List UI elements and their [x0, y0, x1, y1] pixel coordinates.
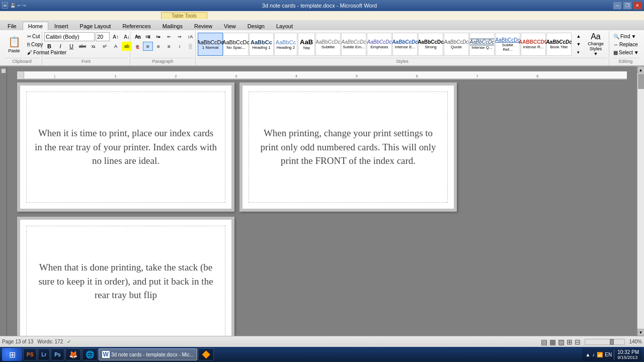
- proofing-status: ✓: [67, 339, 71, 344]
- select-button[interactable]: ▦ Select ▼: [611, 49, 641, 56]
- scroll-up-button[interactable]: ▲: [637, 66, 645, 73]
- style-book-title[interactable]: AaBbCcDc Book Title: [546, 33, 572, 56]
- minimize-button[interactable]: ─: [613, 2, 622, 10]
- multilevel-button[interactable]: ≡▸: [153, 32, 164, 41]
- taskbar-vlc-btn[interactable]: 🔶: [198, 348, 214, 360]
- view-normal-button[interactable]: ▤: [541, 338, 547, 346]
- style-no-spacing[interactable]: AaBbCcDc No Spac...: [223, 33, 249, 56]
- style-heading1[interactable]: AaBbCc Heading 1: [249, 33, 274, 56]
- justify-button[interactable]: ≡: [164, 42, 174, 51]
- taskbar-chrome-btn[interactable]: 🌐: [82, 348, 98, 360]
- selection-handle[interactable]: [1, 68, 6, 73]
- tab-page-layout[interactable]: Page Layout: [74, 22, 117, 30]
- taskbar-ps-btn[interactable]: PS: [23, 348, 37, 360]
- style-subtle-ref[interactable]: AaBbCcDc Subtle Ref...: [495, 33, 520, 56]
- word-count: Words: 172: [37, 339, 63, 344]
- style-strong[interactable]: AaBbCcDc Strong: [418, 33, 443, 56]
- tab-view[interactable]: View: [218, 22, 242, 30]
- tab-layout[interactable]: Layout: [271, 22, 298, 30]
- start-button[interactable]: ⊞: [2, 348, 22, 361]
- scroll-track[interactable]: [637, 73, 645, 329]
- tab-design[interactable]: Design: [242, 22, 270, 30]
- italic-button[interactable]: I: [55, 42, 65, 51]
- style-intense-r[interactable]: AaBbCcDc Intense R...: [521, 33, 546, 56]
- taskbar-word-btn[interactable]: W 3d note cards - template.docx - Mic...: [99, 348, 198, 360]
- style-intense-q[interactable]: AaBbCcDc Intense Q...: [469, 33, 495, 56]
- index-card-2[interactable]: When printing, change your print setting…: [243, 85, 454, 209]
- vertical-scrollbar: ▲ ▼: [637, 66, 644, 336]
- sort-button[interactable]: ↕A: [185, 32, 195, 41]
- taskbar-firefox-btn[interactable]: 🦊: [65, 348, 81, 360]
- font-name-input[interactable]: [44, 32, 95, 41]
- change-styles-button[interactable]: Aa Change Styles ▼: [585, 32, 607, 56]
- page-3: When that is done printing, take the sta…: [17, 217, 234, 336]
- format-painter-icon: 🖌: [27, 50, 32, 55]
- paste-button[interactable]: 📋 Paste: [4, 32, 24, 56]
- view-read-button[interactable]: ▨: [558, 338, 565, 346]
- align-center-button[interactable]: ≡: [143, 42, 153, 51]
- font-label: Font: [44, 58, 128, 64]
- view-draft-button[interactable]: ⊟: [575, 338, 581, 346]
- styles-scroll-up[interactable]: ▲: [574, 32, 584, 40]
- editing-group: 🔍 Find ▼ ↔ Replace ▦ Select ▼ Editing: [609, 31, 642, 65]
- style-title[interactable]: AaB Title: [298, 33, 315, 56]
- style-subtle-em[interactable]: AaBbCcDc Subtle Em...: [341, 33, 366, 56]
- style-normal[interactable]: AaBbCcDc 1 Normal: [198, 33, 223, 56]
- subscript-button[interactable]: x₂: [89, 42, 99, 51]
- shading-button[interactable]: ░: [185, 42, 195, 51]
- taskbar-photoshop-btn[interactable]: Ps: [51, 348, 64, 360]
- clock[interactable]: 10:32 PM 9/15/2013: [614, 349, 639, 360]
- tab-references[interactable]: References: [117, 22, 156, 30]
- tray-network[interactable]: 📶: [597, 352, 603, 357]
- zoom-level[interactable]: 140%: [629, 339, 642, 344]
- tab-insert[interactable]: Insert: [49, 22, 74, 30]
- styles-label: Styles: [198, 58, 607, 64]
- bullets-button[interactable]: ≡•: [132, 32, 142, 41]
- align-left-button[interactable]: ≡: [132, 42, 142, 51]
- view-outline-button[interactable]: ⊞: [567, 338, 573, 346]
- select-icon: ▦: [613, 50, 618, 55]
- tab-review[interactable]: Review: [189, 22, 218, 30]
- close-button[interactable]: ✕: [633, 2, 642, 10]
- superscript-button[interactable]: x²: [100, 42, 110, 51]
- strikethrough-button[interactable]: abc: [77, 42, 88, 51]
- align-right-button[interactable]: ≡: [153, 42, 164, 51]
- paragraph-label: Paragraph: [132, 58, 193, 64]
- left-margin: [0, 66, 7, 336]
- page-2: When printing, change your print setting…: [239, 82, 457, 212]
- styles-scroll-down[interactable]: ▼: [574, 40, 584, 48]
- zoom-thumb[interactable]: [610, 339, 614, 345]
- text-effects-button[interactable]: A: [111, 42, 121, 51]
- taskbar-lr-btn[interactable]: Lr: [38, 348, 50, 360]
- line-spacing-button[interactable]: ↕: [175, 42, 185, 51]
- scroll-thumb[interactable]: [638, 74, 644, 89]
- decrease-indent-button[interactable]: ⇐: [164, 32, 174, 41]
- restore-button[interactable]: ❐: [623, 2, 632, 10]
- underline-button[interactable]: U: [66, 42, 76, 51]
- replace-button[interactable]: ↔ Replace: [611, 41, 641, 48]
- scroll-down-button[interactable]: ▼: [637, 329, 645, 336]
- find-button[interactable]: 🔍 Find ▼: [611, 33, 641, 40]
- quick-access-toolbar: 💾 ↩ ↪: [10, 3, 26, 8]
- tab-mailings[interactable]: Mailings: [157, 22, 188, 30]
- grow-font-button[interactable]: A↑: [111, 32, 121, 41]
- view-web-button[interactable]: ▦: [549, 338, 556, 346]
- index-card-1[interactable]: When it is time to print, place our inde…: [20, 85, 231, 209]
- style-heading2[interactable]: AaBbCc Heading 2: [274, 33, 297, 56]
- tab-home[interactable]: Home: [23, 22, 48, 31]
- style-subtitle[interactable]: AaBbCcDc Subtitle: [315, 33, 341, 56]
- tab-file[interactable]: File: [2, 22, 22, 30]
- style-quote[interactable]: AaBbCcDc Quote: [444, 33, 469, 56]
- index-card-3[interactable]: When that is done printing, take the sta…: [20, 220, 231, 336]
- numbering-button[interactable]: ≡1: [143, 32, 153, 41]
- styles-more[interactable]: ▾: [574, 48, 584, 56]
- font-size-input[interactable]: [96, 32, 110, 41]
- tray-speaker[interactable]: ♪: [592, 352, 595, 357]
- tray-show-hidden[interactable]: ▲: [585, 352, 590, 357]
- tray-language[interactable]: EN: [605, 352, 612, 357]
- style-emphasis[interactable]: AaBbCcDc Emphasis: [367, 33, 392, 56]
- style-intense-e[interactable]: AaBbCcDc Intense E...: [392, 33, 418, 56]
- increase-indent-button[interactable]: ⇒: [175, 32, 185, 41]
- zoom-slider[interactable]: [585, 339, 625, 345]
- bold-button[interactable]: B: [44, 42, 54, 51]
